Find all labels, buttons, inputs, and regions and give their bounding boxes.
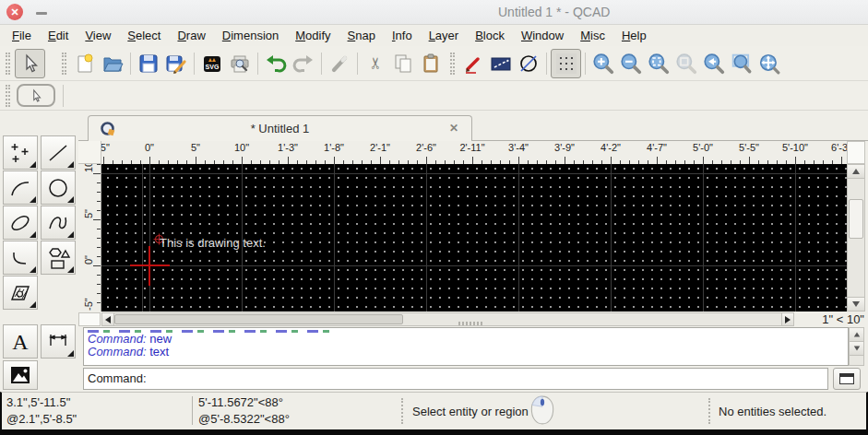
submenu-indicator (67, 196, 74, 203)
submenu-indicator (30, 231, 36, 238)
selection-status: No entities selected. (719, 405, 826, 418)
save-button[interactable] (135, 49, 162, 78)
pointer-mode-button[interactable] (17, 84, 55, 107)
menu-item-snap[interactable]: Snap (339, 26, 384, 45)
paste-button[interactable] (417, 49, 445, 78)
zoom-in-button[interactable] (589, 49, 617, 78)
polyline-tool-button[interactable] (3, 241, 38, 275)
hatch-tool-button[interactable] (3, 276, 38, 310)
select-tool-button[interactable] (15, 49, 45, 78)
dimension-tool-button[interactable] (41, 324, 76, 359)
menu-item-draw[interactable]: Draw (169, 26, 213, 45)
drawing-text-entity[interactable]: This is drawing text. (160, 236, 266, 250)
previous-view-button[interactable] (700, 49, 728, 78)
eraser-button[interactable] (326, 49, 353, 78)
menu-item-info[interactable]: Info (384, 26, 421, 45)
menu-item-misc[interactable]: Misc (572, 26, 613, 45)
undo-button[interactable] (262, 49, 290, 78)
save-as-button[interactable] (162, 49, 190, 78)
toolbar-handle[interactable] (450, 53, 455, 75)
horizontal-scrollbar[interactable] (114, 312, 781, 326)
origin-crosshair (149, 246, 150, 286)
tab-close-icon[interactable]: ✕ (449, 122, 458, 135)
snap-toolbar (0, 81, 868, 111)
command-history[interactable]: Command: newCommand: text (83, 327, 849, 366)
history-scroll-up-button[interactable] (850, 328, 863, 342)
command-history-line: Command: text (88, 346, 848, 359)
open-file-button[interactable] (99, 49, 126, 78)
cut-button[interactable]: ✂ (362, 49, 389, 78)
pan-button[interactable] (755, 49, 783, 78)
toolbar-handle[interactable] (6, 53, 10, 75)
toolbar-handle[interactable] (62, 53, 66, 75)
command-dock-handle[interactable] (458, 322, 482, 325)
toolbar-separator (194, 53, 195, 75)
toolbar-separator (357, 53, 358, 75)
copy-button[interactable] (389, 49, 417, 78)
arc-tool-button[interactable] (3, 170, 38, 205)
linetype-display-button[interactable] (487, 49, 515, 78)
document-tab[interactable]: * Untitled 1 ✕ (88, 115, 472, 141)
zoom-selection-button[interactable] (672, 49, 700, 78)
toolbar-separator (585, 53, 586, 75)
history-scrollbar[interactable] (849, 327, 864, 366)
menu-item-select[interactable]: Select (119, 26, 169, 45)
text-tool-button[interactable]: A (3, 324, 38, 359)
shape-tool-button[interactable] (41, 241, 76, 275)
window-minimize-button[interactable] (36, 12, 47, 15)
vertical-ruler: 10"5"0"-5" (81, 164, 101, 312)
draft-mode-button[interactable] (515, 49, 542, 78)
zoom-out-button[interactable] (617, 49, 645, 78)
menu-item-block[interactable]: Block (467, 26, 513, 45)
grid-status-label: 1" < 10" (798, 312, 864, 326)
print-preview-button[interactable] (226, 49, 254, 78)
command-history-line: Command: new (88, 333, 848, 346)
image-tool-button[interactable] (3, 360, 38, 390)
menu-item-help[interactable]: Help (613, 26, 655, 45)
points-tool-button[interactable] (3, 135, 38, 170)
menu-item-layer[interactable]: Layer (421, 26, 468, 45)
vertical-scroll-thumb[interactable] (849, 199, 863, 239)
command-input[interactable]: Command: (83, 368, 828, 390)
grid-toggle-button[interactable] (551, 49, 581, 78)
horizontal-scroll-thumb[interactable] (114, 314, 403, 324)
image-tool-icon (7, 363, 33, 387)
new-file-button[interactable] (71, 49, 99, 78)
zoom-window-button[interactable] (728, 49, 755, 78)
zoom-selection-icon (675, 53, 697, 75)
scroll-right-button[interactable] (781, 312, 794, 326)
menu-item-window[interactable]: Window (513, 26, 572, 45)
line-tool-button[interactable] (41, 135, 76, 170)
circle-tool-button[interactable] (41, 170, 76, 205)
hruler-label: 0" (145, 142, 154, 153)
spline-tool-button[interactable] (41, 206, 76, 240)
ellipse-tool-button[interactable] (3, 206, 38, 240)
redo-button[interactable] (290, 49, 317, 78)
command-dock-toggle-button[interactable] (833, 368, 861, 390)
submenu-indicator (67, 231, 74, 238)
hruler-label: 5'-5" (739, 142, 759, 153)
edit-text-button[interactable] (459, 49, 487, 78)
zoom-auto-button[interactable] (645, 49, 672, 78)
menu-item-file[interactable]: File (4, 26, 40, 45)
vertical-scrollbar[interactable] (847, 164, 865, 312)
mouse-icon (529, 394, 555, 426)
menu-item-view[interactable]: View (77, 26, 119, 45)
menu-item-edit[interactable]: Edit (40, 26, 77, 45)
menu-item-dimension[interactable]: Dimension (214, 26, 287, 45)
svg-export-button[interactable]: SVG (198, 49, 226, 78)
statusbar-separator (401, 398, 404, 424)
menu-item-modify[interactable]: Modify (287, 26, 339, 45)
hruler-label: 6'-3" (831, 142, 847, 153)
hruler-label: 4'-2" (600, 142, 621, 153)
down-arrow-icon (853, 347, 859, 351)
command-prompt: Command: (88, 371, 147, 385)
zoom-out-icon (620, 53, 642, 75)
scroll-down-button[interactable] (848, 297, 864, 311)
scroll-left-button[interactable] (101, 312, 114, 326)
drawing-canvas[interactable]: This is drawing text. (101, 164, 847, 312)
scroll-up-button[interactable] (848, 165, 864, 179)
history-scroll-down-button[interactable] (850, 342, 863, 356)
toolbar-handle[interactable] (6, 85, 10, 107)
window-close-button[interactable]: ✕ (6, 4, 23, 20)
